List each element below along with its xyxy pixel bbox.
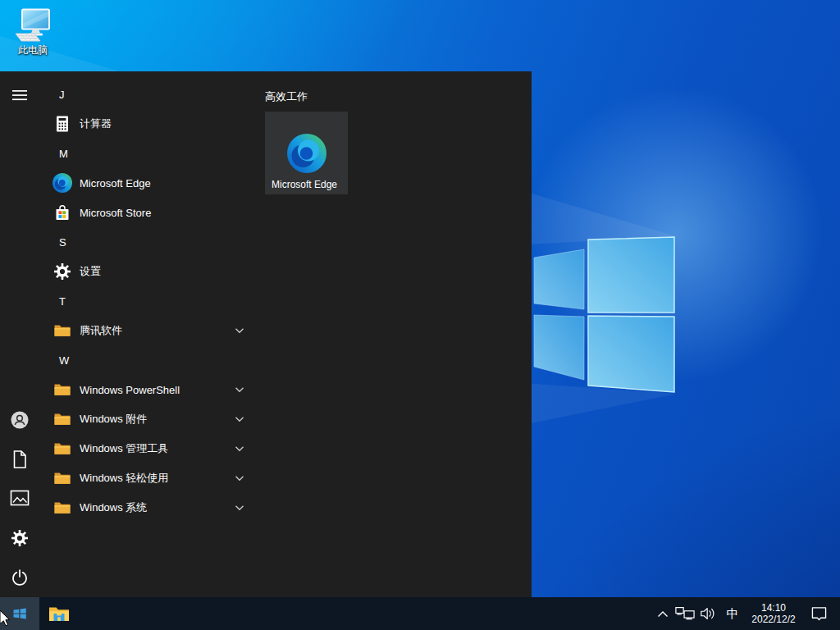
section-letter-T[interactable]: T [39,286,251,316]
hamburger-icon [11,89,28,101]
hamburger-menu-button[interactable] [0,77,39,113]
pictures-icon [10,490,30,506]
start-app-settings[interactable]: 设置 [39,257,251,286]
start-app-list: J 计算器 M [39,80,251,523]
chevron-down-icon [235,475,244,482]
rail-settings-button[interactable] [0,520,39,556]
clock-time: 14:10 [748,602,799,614]
chevron-down-icon [235,416,244,422]
start-folder-windows-system[interactable]: Windows 系统 [39,493,251,523]
folder-icon [52,468,72,488]
start-app-calculator[interactable]: 计算器 [39,109,251,139]
store-icon [52,203,72,222]
folder-icon [52,409,72,429]
user-icon [10,410,30,430]
documents-button[interactable] [0,441,39,477]
start-app-microsoft-store[interactable]: Microsoft Store [39,198,251,227]
taskbar-clock[interactable]: 14:10 2022/12/2 [745,602,802,625]
section-letter-J[interactable]: J [39,80,251,109]
taskbar: 中 14:10 2022/12/2 [0,597,840,630]
folder-icon [52,439,72,459]
start-folder-windows-powershell[interactable]: Windows PowerShell [39,375,251,404]
start-button[interactable] [0,597,39,630]
desktop-icon-label: 此电脑 [7,43,59,57]
tray-volume[interactable] [697,597,720,630]
edge-icon [287,134,326,173]
section-letter-M[interactable]: M [39,139,251,168]
chevron-down-icon [235,504,244,511]
chevron-up-icon [657,610,669,618]
action-center-icon [810,606,828,622]
document-icon [11,450,29,469]
windows-desktop: 此电脑 [0,0,840,630]
power-button[interactable] [0,559,39,596]
edge-icon [52,173,72,193]
start-folder-tencent[interactable]: 腾讯软件 [39,316,251,345]
start-app-microsoft-edge[interactable]: Microsoft Edge [39,168,251,198]
chevron-down-icon [235,386,244,393]
start-menu-rail [0,71,39,597]
volume-icon [700,606,718,621]
this-pc-icon [14,8,52,43]
windows-logo-icon [12,606,27,621]
chevron-down-icon [235,445,244,452]
pictures-button[interactable] [0,480,39,516]
start-folder-windows-admin-tools[interactable]: Windows 管理工具 [39,434,251,463]
calculator-icon [52,114,72,134]
taskbar-file-explorer-button[interactable] [39,597,79,630]
start-folder-windows-accessories[interactable]: Windows 附件 [39,404,251,434]
tile-group-title: 高效工作 [265,89,511,103]
folder-icon [52,380,72,399]
start-folder-windows-ease-of-access[interactable]: Windows 轻松使用 [39,463,251,493]
power-icon [10,568,30,587]
network-icon [675,606,695,621]
start-menu: J 计算器 M [0,71,532,597]
folder-icon [52,498,72,518]
section-letter-W[interactable]: W [39,345,251,375]
tile-label: Microsoft Edge [272,179,345,190]
desktop-icon-this-pc[interactable]: 此电脑 [7,8,59,57]
section-letter-S[interactable]: S [39,227,251,257]
chevron-down-icon [235,327,244,334]
gear-icon [52,262,72,281]
tray-ime-indicator[interactable]: 中 [720,597,745,630]
folder-icon [52,321,72,340]
tray-network[interactable] [673,597,697,630]
tile-area: 高效工作 Microsoft Edge [265,89,511,194]
tray-show-hidden-icons[interactable] [653,597,673,630]
file-explorer-icon [48,605,70,623]
system-tray: 中 14:10 2022/12/2 [653,597,840,630]
clock-date: 2022/12/2 [748,614,799,625]
user-account-button[interactable] [0,402,39,438]
action-center-button[interactable] [802,597,835,630]
tile-microsoft-edge[interactable]: Microsoft Edge [265,112,348,194]
gear-icon [10,528,30,548]
